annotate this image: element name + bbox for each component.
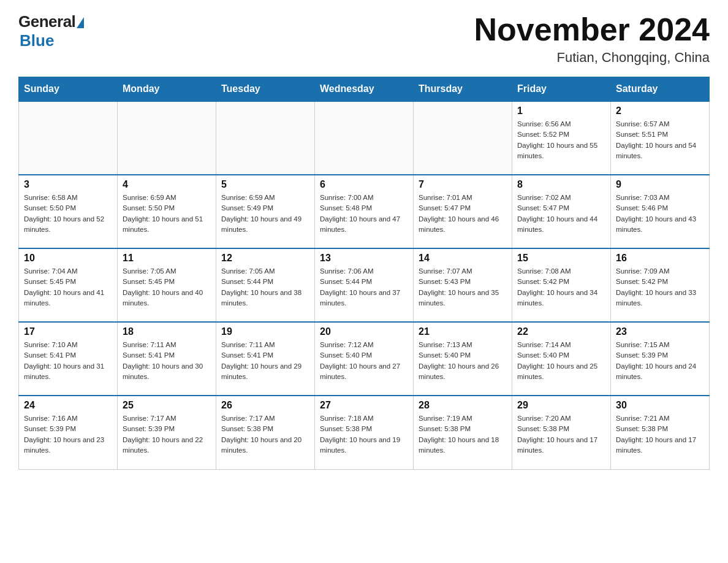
calendar-week-row: 17Sunrise: 7:10 AMSunset: 5:41 PMDayligh… <box>19 322 710 396</box>
day-info: Sunrise: 6:57 AMSunset: 5:51 PMDaylight:… <box>616 119 704 161</box>
calendar-cell: 16Sunrise: 7:09 AMSunset: 5:42 PMDayligh… <box>611 248 710 322</box>
day-number: 11 <box>123 253 211 264</box>
calendar-cell: 10Sunrise: 7:04 AMSunset: 5:45 PMDayligh… <box>19 248 118 322</box>
day-info: Sunrise: 7:01 AMSunset: 5:47 PMDaylight:… <box>419 193 507 235</box>
day-number: 8 <box>517 179 605 190</box>
day-info: Sunrise: 7:15 AMSunset: 5:39 PMDaylight:… <box>616 340 704 382</box>
title-block: November 2024 Futian, Chongqing, China <box>474 12 710 66</box>
calendar-cell: 28Sunrise: 7:19 AMSunset: 5:38 PMDayligh… <box>414 396 512 469</box>
day-info: Sunrise: 7:13 AMSunset: 5:40 PMDaylight:… <box>419 340 507 382</box>
calendar-cell: 30Sunrise: 7:21 AMSunset: 5:38 PMDayligh… <box>611 396 710 469</box>
weekday-header-sunday: Sunday <box>19 77 118 102</box>
calendar-cell: 14Sunrise: 7:07 AMSunset: 5:43 PMDayligh… <box>414 248 512 322</box>
calendar-cell: 9Sunrise: 7:03 AMSunset: 5:46 PMDaylight… <box>611 175 710 248</box>
calendar-cell: 4Sunrise: 6:59 AMSunset: 5:50 PMDaylight… <box>118 175 216 248</box>
day-info: Sunrise: 7:19 AMSunset: 5:38 PMDaylight:… <box>419 413 507 456</box>
calendar-cell <box>315 101 414 175</box>
day-number: 1 <box>517 105 605 117</box>
calendar-cell: 3Sunrise: 6:58 AMSunset: 5:50 PMDaylight… <box>19 175 118 248</box>
day-info: Sunrise: 6:56 AMSunset: 5:52 PMDaylight:… <box>517 119 605 161</box>
calendar-cell: 17Sunrise: 7:10 AMSunset: 5:41 PMDayligh… <box>19 322 118 396</box>
calendar-cell <box>118 101 216 175</box>
day-number: 10 <box>24 253 112 264</box>
day-number: 28 <box>419 400 507 411</box>
day-info: Sunrise: 7:11 AMSunset: 5:41 PMDaylight:… <box>221 340 309 382</box>
day-number: 19 <box>221 326 309 337</box>
day-info: Sunrise: 7:09 AMSunset: 5:42 PMDaylight:… <box>616 266 704 308</box>
day-number: 7 <box>419 179 507 190</box>
logo-general-text: General <box>18 12 75 31</box>
logo-triangle-icon <box>77 17 84 28</box>
calendar-week-row: 10Sunrise: 7:04 AMSunset: 5:45 PMDayligh… <box>19 248 710 322</box>
day-number: 12 <box>221 253 309 264</box>
day-info: Sunrise: 7:17 AMSunset: 5:38 PMDaylight:… <box>221 413 309 456</box>
day-info: Sunrise: 7:06 AMSunset: 5:44 PMDaylight:… <box>320 266 408 308</box>
day-info: Sunrise: 7:11 AMSunset: 5:41 PMDaylight:… <box>123 340 211 382</box>
day-info: Sunrise: 7:18 AMSunset: 5:38 PMDaylight:… <box>320 413 408 456</box>
location-title: Futian, Chongqing, China <box>474 50 710 66</box>
calendar-cell: 13Sunrise: 7:06 AMSunset: 5:44 PMDayligh… <box>315 248 414 322</box>
logo: General Blue <box>18 12 84 50</box>
day-info: Sunrise: 6:59 AMSunset: 5:49 PMDaylight:… <box>221 193 309 235</box>
calendar-cell: 2Sunrise: 6:57 AMSunset: 5:51 PMDaylight… <box>611 101 710 175</box>
calendar-cell: 5Sunrise: 6:59 AMSunset: 5:49 PMDaylight… <box>216 175 315 248</box>
day-info: Sunrise: 7:21 AMSunset: 5:38 PMDaylight:… <box>616 413 704 456</box>
day-info: Sunrise: 7:05 AMSunset: 5:44 PMDaylight:… <box>221 266 309 308</box>
day-number: 25 <box>123 400 211 411</box>
day-number: 21 <box>419 326 507 337</box>
calendar-week-row: 3Sunrise: 6:58 AMSunset: 5:50 PMDaylight… <box>19 175 710 248</box>
day-info: Sunrise: 7:04 AMSunset: 5:45 PMDaylight:… <box>24 266 112 308</box>
calendar-cell <box>414 101 512 175</box>
day-info: Sunrise: 7:05 AMSunset: 5:45 PMDaylight:… <box>123 266 211 308</box>
calendar-week-row: 24Sunrise: 7:16 AMSunset: 5:39 PMDayligh… <box>19 396 710 469</box>
day-number: 27 <box>320 400 408 411</box>
day-number: 20 <box>320 326 408 337</box>
calendar-cell: 26Sunrise: 7:17 AMSunset: 5:38 PMDayligh… <box>216 396 315 469</box>
day-number: 6 <box>320 179 408 190</box>
day-number: 4 <box>123 179 211 190</box>
calendar-cell: 24Sunrise: 7:16 AMSunset: 5:39 PMDayligh… <box>19 396 118 469</box>
calendar-cell: 15Sunrise: 7:08 AMSunset: 5:42 PMDayligh… <box>512 248 611 322</box>
day-number: 22 <box>517 326 605 337</box>
day-info: Sunrise: 6:58 AMSunset: 5:50 PMDaylight:… <box>24 193 112 235</box>
calendar-cell: 29Sunrise: 7:20 AMSunset: 5:38 PMDayligh… <box>512 396 611 469</box>
day-info: Sunrise: 7:12 AMSunset: 5:40 PMDaylight:… <box>320 340 408 382</box>
calendar-cell: 18Sunrise: 7:11 AMSunset: 5:41 PMDayligh… <box>118 322 216 396</box>
day-info: Sunrise: 7:10 AMSunset: 5:41 PMDaylight:… <box>24 340 112 382</box>
calendar-cell: 19Sunrise: 7:11 AMSunset: 5:41 PMDayligh… <box>216 322 315 396</box>
day-info: Sunrise: 7:20 AMSunset: 5:38 PMDaylight:… <box>517 413 605 456</box>
weekday-header-thursday: Thursday <box>414 77 512 102</box>
day-info: Sunrise: 6:59 AMSunset: 5:50 PMDaylight:… <box>123 193 211 235</box>
weekday-header-wednesday: Wednesday <box>315 77 414 102</box>
day-number: 30 <box>616 400 704 411</box>
day-number: 29 <box>517 400 605 411</box>
day-info: Sunrise: 7:03 AMSunset: 5:46 PMDaylight:… <box>616 193 704 235</box>
day-number: 14 <box>419 253 507 264</box>
day-number: 5 <box>221 179 309 190</box>
calendar-cell: 1Sunrise: 6:56 AMSunset: 5:52 PMDaylight… <box>512 101 611 175</box>
calendar-cell: 27Sunrise: 7:18 AMSunset: 5:38 PMDayligh… <box>315 396 414 469</box>
day-number: 26 <box>221 400 309 411</box>
weekday-header-friday: Friday <box>512 77 611 102</box>
calendar-cell: 7Sunrise: 7:01 AMSunset: 5:47 PMDaylight… <box>414 175 512 248</box>
day-info: Sunrise: 7:17 AMSunset: 5:39 PMDaylight:… <box>123 413 211 456</box>
day-info: Sunrise: 7:00 AMSunset: 5:48 PMDaylight:… <box>320 193 408 235</box>
calendar-cell: 21Sunrise: 7:13 AMSunset: 5:40 PMDayligh… <box>414 322 512 396</box>
day-number: 24 <box>24 400 112 411</box>
day-info: Sunrise: 7:08 AMSunset: 5:42 PMDaylight:… <box>517 266 605 308</box>
day-info: Sunrise: 7:16 AMSunset: 5:39 PMDaylight:… <box>24 413 112 456</box>
calendar-cell: 25Sunrise: 7:17 AMSunset: 5:39 PMDayligh… <box>118 396 216 469</box>
calendar-cell: 12Sunrise: 7:05 AMSunset: 5:44 PMDayligh… <box>216 248 315 322</box>
day-number: 15 <box>517 253 605 264</box>
day-number: 18 <box>123 326 211 337</box>
day-number: 23 <box>616 326 704 337</box>
calendar-cell: 23Sunrise: 7:15 AMSunset: 5:39 PMDayligh… <box>611 322 710 396</box>
logo-blue-text: Blue <box>20 31 54 50</box>
weekday-header-monday: Monday <box>118 77 216 102</box>
day-number: 2 <box>616 105 704 117</box>
day-number: 3 <box>24 179 112 190</box>
calendar-table: SundayMondayTuesdayWednesdayThursdayFrid… <box>18 77 710 470</box>
calendar-header-row: SundayMondayTuesdayWednesdayThursdayFrid… <box>19 77 710 102</box>
calendar-cell <box>216 101 315 175</box>
calendar-cell: 11Sunrise: 7:05 AMSunset: 5:45 PMDayligh… <box>118 248 216 322</box>
